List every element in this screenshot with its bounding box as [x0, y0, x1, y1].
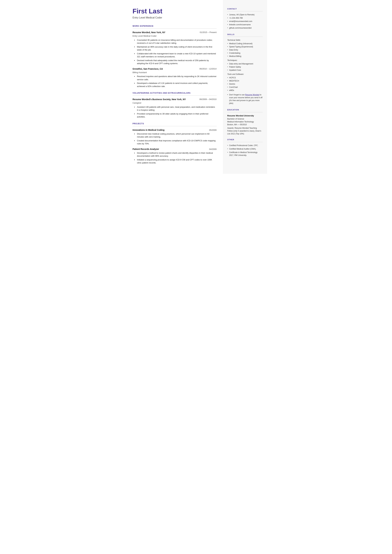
contact-section-header: CONTACT	[227, 7, 263, 10]
skills-category-technical: Technical Skills:	[227, 39, 263, 42]
bullet-item: Counseled 3K patients on insurance billi…	[134, 39, 217, 45]
bullet-item: Developed a method to review patient cha…	[134, 151, 217, 158]
contact-list: Juneau, AK (Open to Remote) +1-234-456-7…	[227, 13, 263, 29]
skills-category-techniques: Techniques:	[227, 59, 263, 62]
bullet-item: Provided companionship to 39 older adult…	[134, 112, 217, 119]
bullet-item: Discovered new medical coding practices,…	[134, 132, 217, 139]
job-header-1: Resume Worded, New York, NY 01/2015 – Pr…	[133, 31, 217, 34]
bullet-item: Maintained an 86% accuracy rate in the d…	[134, 45, 217, 51]
education-section-header: EDUCATION	[227, 108, 263, 111]
volunteering-divider	[133, 95, 217, 96]
vol-job-header: Resume Worded's Business Society, New Yo…	[133, 98, 217, 101]
contact-item-github: github.com/resumeworded	[227, 27, 263, 29]
skill-item: Inpatient Care	[227, 69, 263, 71]
bullet-item: Resolved inquiries and questions about l…	[134, 75, 217, 81]
edu-field: Medical Information Technology	[227, 120, 263, 123]
skill-item: Medical Coding (Advanced)	[227, 42, 263, 45]
vol-role: Caregiver	[133, 101, 217, 105]
other-item: Certified Medical Auditor (CMA).	[227, 147, 263, 150]
bullet-item: Initiated a sequencing procedure to assi…	[134, 158, 217, 164]
skill-item: HCPCS	[227, 76, 263, 79]
edu-degree: Bachelor of Science	[227, 118, 263, 120]
other-section-header: OTHER	[227, 138, 263, 141]
skill-item: Data Entry	[227, 49, 263, 51]
project-header-1: Innovations in Medical Coding 05/2009	[133, 128, 217, 132]
candidate-name: First Last	[133, 7, 217, 15]
contact-item-email: email@resumeworded.com	[227, 20, 263, 23]
project-date-2: 04/2009	[209, 148, 217, 151]
skill-item: Dentrix	[227, 83, 263, 85]
bullet-item: Collaborated with the management team to…	[134, 52, 217, 58]
vol-bullets: Assisted 130 patients with personal care…	[133, 105, 217, 119]
bullet-item: Created documentation that improves comp…	[134, 139, 217, 145]
skill-item: MEDITECH	[227, 79, 263, 82]
skills-section-header: SKILLS	[227, 33, 263, 36]
project-date-1: 05/2009	[209, 129, 217, 132]
other-item: Certificate in Medical Terminology 2017,…	[227, 151, 263, 157]
skills-category-tools: Tools and Software:	[227, 73, 263, 76]
contact-divider	[227, 11, 263, 11]
job-dates-2: 06/2010 – 12/2014	[199, 67, 217, 70]
resume-worded-link[interactable]: Resume Worded	[245, 94, 259, 96]
work-experience-header: WORK EXPERIENCE	[133, 25, 217, 28]
job-role-2: Billing Assistant	[133, 71, 217, 74]
skill-item: ComChart	[227, 86, 263, 89]
project-name-2: Patient Records Analyzer	[133, 147, 159, 151]
edu-awards: Awards: Resume Worded Teaching Fellow (o…	[227, 127, 263, 135]
job-dates-1: 01/2015 – Present	[200, 31, 217, 34]
skill-item: Data entry and Management	[227, 62, 263, 65]
bullet-item: Devised methods that adequately coded th…	[134, 59, 217, 65]
contact-item-location: Juneau, AK (Open to Remote)	[227, 13, 263, 16]
projects-divider	[133, 126, 217, 126]
bullet-item: Developed a database of 3.1K patients to…	[134, 82, 217, 88]
skills-list-technical: Medical Coding (Advanced) Speed Typing (…	[227, 42, 263, 58]
volunteering-header: VOLUNTEERING ACTIVITIES AND EXTRACURRICU…	[133, 91, 217, 94]
vol-dates: 06/2009 – 04/2010	[199, 98, 217, 101]
project-header-2: Patient Records Analyzer 04/2009	[133, 147, 217, 151]
job-bullets-2: Resolved inquiries and questions about l…	[133, 75, 217, 88]
right-column: CONTACT Juneau, AK (Open to Remote) +1-2…	[223, 0, 267, 174]
vol-company: Resume Worded's Business Society, New Yo…	[133, 98, 186, 101]
other-item: Certified Professional Coder, CPC.	[227, 144, 263, 147]
other-divider	[227, 142, 263, 142]
contact-item-phone: +1-234-456-789	[227, 17, 263, 19]
project-bullets-1: Discovered new medical coding practices,…	[133, 132, 217, 145]
job-header-2: Growthsi, San Francisco, CA 06/2010 – 12…	[133, 67, 217, 70]
left-column: First Last Entry Level Medical Coder WOR…	[125, 0, 223, 174]
job-company-2: Growthsi, San Francisco, CA	[133, 67, 163, 70]
edu-location: Boston, MA — 05/2010	[227, 123, 263, 126]
skill-item: eMDs	[227, 89, 263, 92]
skills-promo: Don't forget to use Resume Worded to sca…	[227, 93, 263, 105]
candidate-title: Entry Level Medical Coder	[133, 16, 217, 20]
resume-page: First Last Entry Level Medical Coder WOR…	[125, 0, 267, 174]
bullet-item: Assisted 130 patients with personal care…	[134, 105, 217, 112]
edu-school: Resume Worded University	[227, 114, 263, 117]
skills-list-tools: HCPCS MEDITECH Dentrix ComChart eMDs	[227, 76, 263, 92]
skill-item: Patient Safety	[227, 66, 263, 68]
project-name-1: Innovations in Medical Coding	[133, 128, 165, 132]
job-role-1: Entry Level Medical Coder	[133, 35, 217, 38]
other-list: Certified Professional Coder, CPC. Certi…	[227, 144, 263, 157]
projects-header: PROJECTS	[133, 122, 217, 125]
skill-item: Credentialing	[227, 52, 263, 55]
contact-item-linkedin: linkedin.com/in/username	[227, 23, 263, 26]
project-bullets-2: Developed a method to review patient cha…	[133, 151, 217, 164]
education-divider	[227, 112, 263, 112]
job-bullets-1: Counseled 3K patients on insurance billi…	[133, 39, 217, 65]
skill-item: Speed Typing (Experienced)	[227, 45, 263, 48]
skills-list-techniques: Data entry and Management Patient Safety…	[227, 62, 263, 71]
skill-item: Medical Billing	[227, 55, 263, 58]
job-company-1: Resume Worded, New York, NY	[133, 31, 165, 34]
